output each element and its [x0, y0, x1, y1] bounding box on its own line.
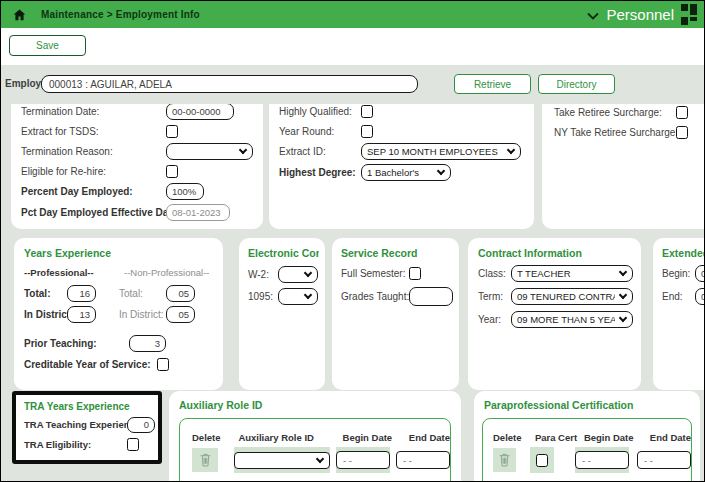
- tra-teaching-experience-input[interactable]: [127, 417, 155, 433]
- auxiliary-role-grid: Delete Auxiliary Role ID Begin Date End …: [179, 418, 451, 482]
- prof-in-district-input[interactable]: [67, 306, 96, 323]
- highest-degree-label: Highest Degree:: [279, 167, 361, 178]
- percent-day-employed-label: Percent Day Employed:: [21, 186, 166, 197]
- nonprof-total-label: Total:: [119, 288, 166, 299]
- contract-information-panel: Contract Information Class: T TEACHER Te…: [468, 238, 641, 390]
- employee-band: Employee: Retrieve Directory: [1, 65, 705, 104]
- chevron-down-icon[interactable]: [587, 6, 599, 24]
- panel-title: Extended Lea: [662, 247, 705, 259]
- auxiliary-role-id-select[interactable]: [234, 452, 330, 469]
- extract-id-label: Extract ID:: [279, 146, 361, 157]
- employment-info-screen: Maintenance > Employment Info Personnel …: [0, 0, 705, 482]
- extended-end-input[interactable]: [695, 288, 705, 305]
- app-title: Personnel: [606, 6, 674, 23]
- creditable-year-checkbox[interactable]: [157, 358, 169, 371]
- prior-teaching-input[interactable]: [129, 335, 166, 352]
- column-header-delete: Delete: [192, 432, 238, 443]
- nonprof-in-district-input[interactable]: [166, 306, 195, 323]
- ny-take-retiree-surcharge-checkbox[interactable]: [676, 126, 688, 139]
- tra-eligibility-checkbox[interactable]: [127, 438, 139, 451]
- non-professional-header: --Non-Professional--: [124, 267, 210, 278]
- save-button[interactable]: Save: [9, 35, 86, 56]
- breadcrumb: Maintenance > Employment Info: [41, 9, 200, 20]
- term-select[interactable]: 09 TENURED CONTRACT (CC: [511, 288, 633, 305]
- 1095-label: 1095:: [248, 291, 278, 302]
- termination-reason-select[interactable]: [166, 143, 253, 160]
- delete-cell: [493, 448, 516, 472]
- column-header-role-id: Auxiliary Role ID: [238, 432, 342, 443]
- trash-icon[interactable]: [199, 453, 212, 467]
- para-end-date-input[interactable]: [637, 451, 691, 469]
- panel-title: Auxiliary Role ID: [179, 399, 461, 411]
- column-header-delete: Delete: [493, 432, 535, 443]
- para-cert-checkbox[interactable]: [536, 454, 548, 467]
- extract-tsds-label: Extract for TSDS:: [21, 126, 166, 137]
- professional-header: --Professional--: [24, 267, 124, 278]
- tra-years-experience-panel: TRA Years Experience TRA Teaching Experi…: [12, 391, 162, 464]
- surcharge-panel: Take Retiree Surcharge: NY Take Retiree …: [542, 104, 705, 229]
- extended-end-label: End:: [662, 291, 695, 302]
- apps-grid-icon[interactable]: [681, 4, 697, 25]
- extract-tsds-checkbox[interactable]: [166, 125, 178, 138]
- retrieve-button[interactable]: Retrieve: [454, 74, 531, 94]
- tra-eligibility-label: TRA Eligibility:: [24, 439, 127, 450]
- chevron-down-icon: [239, 145, 247, 153]
- chevron-down-icon: [437, 167, 445, 175]
- extended-begin-input[interactable]: [695, 265, 705, 282]
- take-retiree-surcharge-label: Take Retiree Surcharge:: [554, 107, 676, 118]
- take-retiree-surcharge-checkbox[interactable]: [676, 106, 688, 119]
- auxiliary-role-panel: Auxiliary Role ID Delete Auxiliary Role …: [169, 391, 461, 482]
- highly-qualified-label: Highly Qualified:: [279, 106, 361, 117]
- highly-qualified-checkbox[interactable]: [361, 105, 373, 118]
- home-icon[interactable]: [12, 8, 27, 22]
- column-header-para-cert: Para Cert: [535, 432, 584, 443]
- aux-begin-date-input[interactable]: [336, 451, 390, 469]
- grades-taught-input[interactable]: [409, 287, 453, 306]
- paraprofessional-panel: Paraprofessional Certification Delete Pa…: [474, 391, 700, 482]
- 1095-select[interactable]: [278, 288, 318, 305]
- column-header-end-date: End Date: [409, 432, 450, 443]
- column-header-begin-date: Begin Date: [584, 432, 650, 443]
- year-round-checkbox[interactable]: [361, 125, 373, 138]
- aux-end-date-input[interactable]: [396, 451, 450, 469]
- trash-icon[interactable]: [498, 453, 511, 467]
- grades-taught-label: Grades Taught:: [341, 291, 409, 302]
- full-semester-label: Full Semester:: [341, 268, 409, 279]
- ny-take-retiree-surcharge-label: NY Take Retiree Surcharge:: [554, 127, 676, 138]
- eligible-rehire-checkbox[interactable]: [166, 165, 178, 178]
- percent-day-employed-input[interactable]: [166, 183, 204, 200]
- w2-select[interactable]: [278, 266, 318, 283]
- prof-total-input[interactable]: [67, 285, 96, 302]
- prof-in-district-label: In District:: [24, 309, 67, 320]
- save-toolbar: Save: [1, 28, 705, 65]
- prior-teaching-label: Prior Teaching:: [24, 338, 129, 349]
- class-label: Class:: [478, 268, 511, 279]
- directory-button[interactable]: Directory: [538, 74, 615, 94]
- highest-degree-select[interactable]: 1 Bachelor's: [361, 164, 451, 181]
- termination-reason-label: Termination Reason:: [21, 146, 166, 157]
- year-round-label: Year Round:: [279, 126, 361, 137]
- years-experience-panel: Years Experience --Professional-- --Non-…: [14, 238, 223, 390]
- chevron-down-icon: [619, 314, 627, 322]
- full-semester-checkbox[interactable]: [409, 267, 421, 280]
- pct-day-effective-date-input: [166, 204, 230, 221]
- panel-title: Paraprofessional Certification: [484, 399, 700, 411]
- year-select[interactable]: 09 MORE THAN 5 YEARS: [511, 311, 633, 328]
- employee-input[interactable]: [41, 75, 418, 93]
- table-row: [192, 447, 450, 473]
- termination-panel: Termination Date: Extract for TSDS: Term…: [11, 104, 263, 229]
- electronic-consent-panel: Electronic Consent W-2: 1095:: [239, 238, 325, 390]
- nonprof-total-input[interactable]: [166, 285, 195, 302]
- chevron-down-icon: [304, 290, 312, 298]
- term-label: Term:: [478, 291, 511, 302]
- termination-date-label: Termination Date:: [21, 106, 166, 117]
- paraprofessional-grid: Delete Para Cert Begin Date End Date: [482, 418, 692, 482]
- termination-date-input[interactable]: [166, 104, 234, 120]
- extract-id-select[interactable]: SEP 10 MONTH EMPLOYEES: [361, 143, 521, 160]
- year-label: Year:: [478, 314, 511, 325]
- class-select[interactable]: T TEACHER: [511, 265, 633, 282]
- chevron-down-icon: [507, 146, 515, 154]
- para-begin-date-input[interactable]: [575, 451, 629, 469]
- prof-total-label: Total:: [24, 288, 67, 299]
- chevron-down-icon: [316, 454, 324, 462]
